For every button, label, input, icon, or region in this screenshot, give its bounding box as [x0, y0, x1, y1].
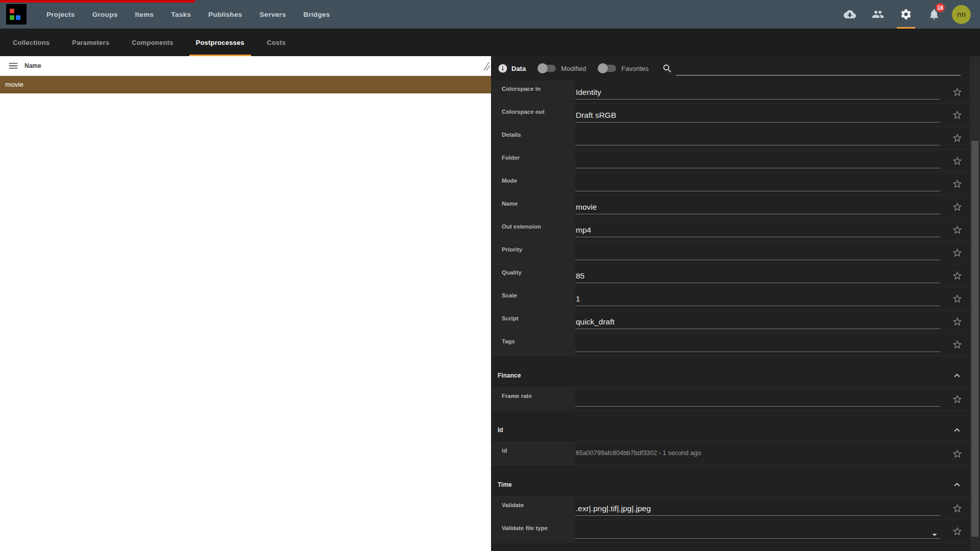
users-icon — [872, 8, 884, 20]
nav-item-publishes[interactable]: Publishes — [200, 0, 251, 29]
favorite-star-icon[interactable] — [945, 497, 969, 519]
field-label-colorspace-out: Colorspace out — [491, 104, 575, 126]
field-input-priority[interactable] — [575, 248, 940, 260]
list-body: movie — [0, 76, 491, 93]
settings-button[interactable] — [894, 0, 918, 29]
field-input-colorspace-out[interactable]: Draft sRGB — [575, 111, 940, 122]
collapse-chevron-icon[interactable] — [945, 370, 969, 381]
form-row: Validate file type — [491, 520, 969, 543]
tab-costs[interactable]: Costs — [260, 29, 292, 56]
list-row[interactable]: movie — [0, 76, 491, 93]
users-button[interactable] — [866, 0, 890, 29]
collapse-chevron-icon[interactable] — [945, 479, 969, 490]
tab-parameters[interactable]: Parameters — [65, 29, 116, 56]
collapse-chevron-icon[interactable] — [945, 424, 969, 436]
favorite-star-icon[interactable] — [945, 520, 969, 542]
search-input[interactable] — [676, 61, 961, 76]
scrollbar[interactable] — [970, 56, 980, 551]
favorite-star-icon[interactable] — [945, 81, 969, 103]
field-input-details[interactable] — [575, 134, 940, 145]
form-row: Details — [491, 127, 969, 149]
favorite-star-icon[interactable] — [945, 172, 969, 195]
form-row: Scriptquick_draft — [491, 310, 969, 333]
field-input-validate[interactable]: .exr|.png|.tif|.jpg|.jpeg — [575, 504, 940, 516]
favorites-toggle[interactable] — [599, 65, 616, 72]
field-label-script: Script — [491, 310, 575, 333]
field-input-scale[interactable]: 1 — [575, 294, 940, 306]
scrollbar-thumb[interactable] — [971, 141, 978, 537]
favorite-star-icon[interactable] — [945, 218, 969, 241]
field-input-colorspace-in[interactable]: Identity — [575, 88, 940, 99]
hamburger-icon — [8, 60, 19, 71]
info-icon[interactable] — [498, 63, 508, 73]
field-label-mode: Mode — [491, 172, 575, 195]
list-panel: Name movie — [0, 56, 491, 551]
field-label-frame-rate: Frame rate — [491, 388, 575, 410]
form-row: Namemovie — [491, 195, 969, 218]
form-row: Validate.exr|.png|.tif|.jpg|.jpeg — [491, 497, 969, 520]
favorite-star-icon[interactable] — [945, 149, 969, 172]
favorite-star-icon[interactable] — [945, 287, 969, 310]
field-input-script[interactable]: quick_draft — [575, 317, 940, 329]
tab-collections[interactable]: Collections — [6, 29, 56, 56]
favorite-star-icon[interactable] — [945, 104, 969, 126]
section-header-id: Id — [491, 418, 969, 442]
section-title: Time — [491, 481, 945, 488]
field-input-validate-file-type[interactable] — [575, 527, 940, 539]
field-input-tags[interactable] — [575, 340, 940, 352]
field-label-colorspace-in: Colorspace in — [491, 81, 575, 103]
form-row: id65a00799afc604bb7bdf3302 - 1 second ag… — [491, 442, 969, 465]
favorite-star-icon[interactable] — [945, 264, 969, 287]
favorite-star-icon[interactable] — [945, 310, 969, 333]
favorite-star-icon[interactable] — [945, 442, 969, 465]
nav-item-projects[interactable]: Projects — [38, 0, 84, 29]
field-input-quality[interactable]: 85 — [575, 271, 940, 283]
list-header: Name — [0, 56, 491, 76]
favorite-star-icon[interactable] — [945, 127, 969, 149]
tab-components[interactable]: Components — [125, 29, 180, 56]
cloud-download-button[interactable] — [838, 0, 862, 29]
tab-postprocesses[interactable]: Postprocesses — [189, 29, 251, 56]
favorite-star-icon[interactable] — [945, 333, 969, 356]
app-logo[interactable] — [6, 4, 27, 24]
dropdown-caret-icon[interactable] — [929, 529, 940, 540]
alert-strip — [0, 0, 195, 3]
field-input-out-extension[interactable]: mp4 — [575, 226, 940, 237]
user-avatar[interactable]: nn — [952, 5, 971, 24]
field-input-mode[interactable] — [575, 180, 940, 191]
form-row: Out extensionmp4 — [491, 218, 969, 241]
nav-item-items[interactable]: Items — [127, 0, 163, 29]
field-label-id: id — [491, 442, 575, 465]
nav-item-tasks[interactable]: Tasks — [162, 0, 200, 29]
nav-item-groups[interactable]: Groups — [84, 0, 127, 29]
modified-toggle-label: Modified — [561, 65, 586, 72]
field-input-folder[interactable] — [575, 157, 940, 168]
favorite-star-icon[interactable] — [945, 195, 969, 218]
main-nav: ProjectsGroupsItemsTasksPublishesServers… — [38, 0, 339, 29]
logo-red-square — [10, 9, 14, 13]
filter-bar: Data Modified Favorites — [491, 56, 980, 81]
toggle-knob — [598, 63, 608, 73]
nav-item-servers[interactable]: Servers — [251, 0, 295, 29]
form-row: Colorspace inIdentity — [491, 81, 969, 104]
toggle-knob — [537, 63, 548, 73]
modified-toggle[interactable] — [539, 65, 556, 72]
field-label-validate-file-type: Validate file type — [491, 520, 575, 542]
field-input-name[interactable]: movie — [575, 203, 940, 214]
field-label-tags: Tags — [491, 333, 575, 356]
menu-button[interactable] — [8, 60, 19, 71]
cloud-download-icon — [844, 8, 856, 20]
field-input-frame-rate[interactable] — [575, 395, 940, 407]
form-row: Folder — [491, 149, 969, 172]
favorites-toggle-label: Favorites — [621, 65, 648, 72]
column-header-name[interactable]: Name — [24, 62, 41, 69]
settings-gear-icon — [900, 8, 912, 20]
field-label-scale: Scale — [491, 287, 575, 310]
favorite-star-icon[interactable] — [945, 241, 969, 264]
favorite-star-icon[interactable] — [945, 388, 969, 410]
panel-resize-handle[interactable] — [483, 60, 490, 72]
notifications-button[interactable]: 18 — [922, 0, 946, 29]
logo-green-square — [10, 15, 14, 20]
nav-item-bridges[interactable]: Bridges — [295, 0, 338, 29]
form-row: Quality85 — [491, 264, 969, 287]
